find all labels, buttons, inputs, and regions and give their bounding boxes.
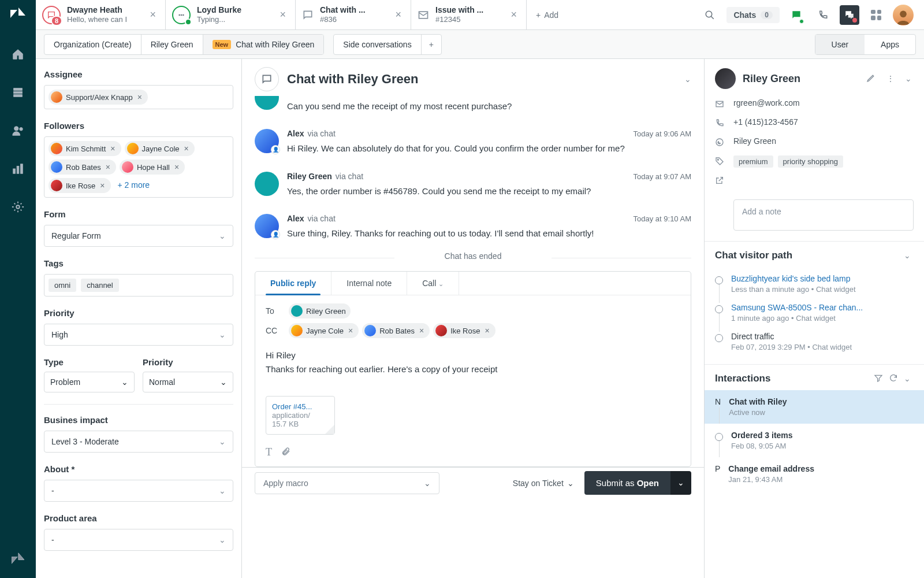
- add-side-conversation-button[interactable]: +: [422, 35, 441, 54]
- close-icon[interactable]: ×: [148, 9, 157, 21]
- zendesk-logo[interactable]: [6, 547, 29, 570]
- close-icon[interactable]: ×: [394, 9, 403, 21]
- composer-textarea[interactable]: Hi Riley Thanks for reaching out earlier…: [255, 340, 691, 392]
- path-title[interactable]: Samsung SWA-8500S - Rear chan...: [731, 303, 863, 312]
- customers-icon[interactable]: [6, 119, 29, 142]
- conversations-icon[interactable]: [840, 5, 859, 25]
- chevron-down-icon[interactable]: ⌄: [901, 251, 914, 260]
- svg-point-3: [14, 127, 18, 131]
- subtab-riley[interactable]: Riley Green: [141, 35, 203, 54]
- apply-macro-select[interactable]: Apply macro⌄: [255, 472, 439, 494]
- about-select[interactable]: -⌄: [44, 480, 233, 502]
- followers-more-link[interactable]: + 2 more: [114, 178, 154, 193]
- path-item[interactable]: Direct trafficFeb 07, 2019 3:29 PM • Cha…: [715, 327, 914, 356]
- close-icon[interactable]: ×: [509, 9, 518, 21]
- priority-select[interactable]: High⌄: [44, 324, 233, 346]
- chevron-down-icon[interactable]: ⌄: [901, 374, 914, 383]
- chat-status-icon[interactable]: [787, 5, 806, 25]
- home-icon[interactable]: [6, 43, 29, 66]
- cc-pill[interactable]: Jayne Cole×: [289, 323, 359, 338]
- remove-icon[interactable]: ×: [109, 144, 116, 153]
- path-title[interactable]: Buzzlightyear kid's side bed lamp: [731, 274, 856, 283]
- contact-whatsapp[interactable]: Riley Green: [733, 136, 776, 146]
- more-icon[interactable]: ⋮: [885, 74, 896, 83]
- tab-chat[interactable]: Chat with ...#836 ×: [296, 0, 411, 29]
- chevron-down-icon: ⌄: [219, 231, 226, 240]
- remove-icon[interactable]: ×: [105, 162, 111, 172]
- submit-dropdown-button[interactable]: ⌄: [670, 471, 691, 495]
- add-tab-button[interactable]: +Add: [527, 0, 568, 29]
- tags-field[interactable]: omni channel: [44, 274, 233, 297]
- remove-icon[interactable]: ×: [183, 144, 190, 153]
- remove-icon[interactable]: ×: [347, 326, 354, 335]
- path-item[interactable]: Buzzlightyear kid's side bed lampLess th…: [715, 269, 914, 298]
- composer-tab-call[interactable]: Call⌄: [407, 272, 459, 295]
- cc-pill[interactable]: Rob Bates×: [362, 323, 430, 338]
- message: Riley Greenvia chatToday at 9:07 AM Yes,…: [255, 164, 691, 206]
- contact-phone[interactable]: +1 (415)123-4567: [733, 117, 798, 127]
- tab-loyd[interactable]: Loyd BurkeTyping... ×: [166, 0, 296, 29]
- interaction-title: Change email address: [728, 464, 814, 473]
- user-tag[interactable]: premium: [733, 155, 773, 168]
- tag[interactable]: omni: [49, 279, 76, 292]
- tab-title: Issue with ...: [435, 5, 483, 16]
- attach-icon[interactable]: [281, 446, 290, 458]
- avatar: [255, 172, 279, 196]
- refresh-icon[interactable]: [886, 373, 901, 384]
- panel-tab-user[interactable]: User: [815, 35, 865, 54]
- followers-field[interactable]: Kim Schmitt× Jayne Cole× Rob Bates× Hope…: [44, 136, 233, 198]
- cc-pill[interactable]: Ike Rose×: [433, 323, 495, 338]
- interaction-item[interactable]: P Change email addressJan 21, 9:43 AM: [705, 457, 924, 491]
- tab-dwayne[interactable]: 8 Dwayne HeathHello, where can I ×: [36, 0, 166, 29]
- form-select[interactable]: Regular Form⌄: [44, 225, 233, 247]
- path-item[interactable]: Samsung SWA-8500S - Rear chan...1 minute…: [715, 298, 914, 327]
- interaction-item[interactable]: Ordered 3 itemsFeb 08, 9:05 AM: [705, 424, 924, 457]
- attachment-card[interactable]: Order #45... application/ 15.7 KB: [266, 396, 335, 435]
- stay-on-ticket-button[interactable]: Stay on Ticket⌄: [513, 479, 574, 488]
- side-conversations-button[interactable]: Side conversations: [334, 35, 421, 54]
- remove-icon[interactable]: ×: [99, 181, 106, 190]
- type-select[interactable]: Problem⌄: [44, 372, 135, 392]
- message: 👤 Alexvia chatToday at 9:06 AM Hi Riley.…: [255, 121, 691, 163]
- chevron-down-icon[interactable]: ⌄: [903, 74, 914, 83]
- text-format-icon[interactable]: T: [266, 446, 272, 458]
- business-impact-select[interactable]: Level 3 - Moderate⌄: [44, 431, 233, 453]
- priority-badge-icon: P: [715, 464, 720, 473]
- subtab-chat[interactable]: NewChat with Riley Green: [203, 35, 324, 54]
- filter-icon[interactable]: [871, 373, 886, 384]
- avatar: [255, 96, 279, 110]
- remove-icon[interactable]: ×: [483, 326, 490, 335]
- edit-icon[interactable]: [865, 73, 878, 84]
- product-area-select[interactable]: -⌄: [44, 529, 233, 551]
- assignee-field[interactable]: Support/Alex Knapp×: [44, 85, 233, 109]
- recipient-pill[interactable]: Riley Green: [289, 303, 351, 318]
- priority2-label: Priority: [143, 357, 233, 367]
- user-avatar[interactable]: [893, 5, 914, 25]
- remove-icon[interactable]: ×: [418, 326, 425, 335]
- composer-tab-internal[interactable]: Internal note: [331, 272, 407, 295]
- search-icon[interactable]: [700, 5, 720, 25]
- message-author: Riley Green: [287, 172, 332, 181]
- panel-tab-apps[interactable]: Apps: [865, 35, 915, 54]
- tab-issue[interactable]: Issue with ...#12345 ×: [411, 0, 527, 29]
- add-note-input[interactable]: Add a note: [733, 199, 914, 231]
- tag[interactable]: channel: [81, 279, 119, 292]
- interaction-item[interactable]: N Chat with RileyActive now: [705, 390, 924, 424]
- views-icon[interactable]: [6, 81, 29, 104]
- priority2-select[interactable]: Normal⌄: [143, 372, 233, 392]
- subtab-organization[interactable]: Organization (Create): [44, 35, 141, 54]
- apps-grid-icon[interactable]: [866, 5, 886, 25]
- remove-icon[interactable]: ×: [136, 92, 143, 102]
- composer-tab-public[interactable]: Public reply: [255, 272, 331, 295]
- close-icon[interactable]: ×: [278, 9, 287, 21]
- phone-icon[interactable]: [813, 5, 833, 25]
- chevron-down-icon[interactable]: ⌄: [684, 75, 691, 84]
- reports-icon[interactable]: [6, 157, 29, 180]
- remove-icon[interactable]: ×: [173, 162, 180, 172]
- settings-icon[interactable]: [6, 195, 29, 218]
- contact-email[interactable]: rgreen@work.com: [733, 98, 800, 108]
- chats-button[interactable]: Chats0: [726, 7, 780, 23]
- user-tag[interactable]: priority shopping: [778, 155, 843, 168]
- submit-button[interactable]: Submit as Open: [584, 471, 670, 495]
- brand-logo[interactable]: [10, 5, 26, 21]
